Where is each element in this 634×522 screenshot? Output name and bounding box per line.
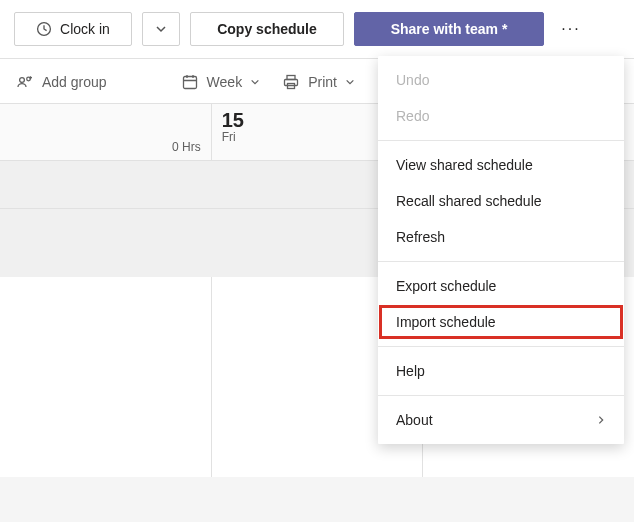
menu-label: Import schedule [396,314,496,330]
menu-label: Redo [396,108,429,124]
chevron-down-icon [345,77,355,87]
week-selector-button[interactable]: Week [181,73,261,91]
menu-label: Export schedule [396,278,496,294]
menu-item-export-schedule[interactable]: Export schedule [378,268,624,304]
menu-item-redo: Redo [378,98,624,134]
more-options-button[interactable]: ··· [554,12,588,46]
clock-in-button[interactable]: Clock in [14,12,132,46]
share-with-team-button[interactable]: Share with team * [354,12,544,46]
menu-label: Undo [396,72,429,88]
print-button[interactable]: Print [282,73,355,91]
add-group-icon [16,73,34,91]
menu-separator [378,395,624,396]
printer-icon [282,73,300,91]
calendar-icon [181,73,199,91]
ellipsis-icon: ··· [561,20,580,38]
week-label: Week [207,74,243,90]
clock-in-label: Clock in [60,21,110,37]
menu-label: Help [396,363,425,379]
menu-item-about[interactable]: About [378,402,624,438]
add-group-label: Add group [42,74,107,90]
menu-item-refresh[interactable]: Refresh [378,219,624,255]
svg-rect-5 [285,80,298,86]
menu-item-view-shared[interactable]: View shared schedule [378,147,624,183]
more-options-menu: Undo Redo View shared schedule Recall sh… [378,56,624,444]
svg-point-1 [20,78,25,83]
copy-schedule-label: Copy schedule [217,21,317,37]
chevron-down-icon [250,77,260,87]
clock-in-dropdown-button[interactable] [142,12,180,46]
menu-separator [378,140,624,141]
clock-icon [36,21,52,37]
hours-label: 0 Hrs [172,140,201,154]
chevron-down-icon [155,23,167,35]
menu-label: View shared schedule [396,157,533,173]
menu-separator [378,261,624,262]
menu-item-import-schedule[interactable]: Import schedule [378,304,624,340]
chevron-right-icon [596,415,606,425]
menu-label: Refresh [396,229,445,245]
top-toolbar: Clock in Copy schedule Share with team *… [0,0,634,58]
share-with-team-label: Share with team * [391,21,508,37]
copy-schedule-button[interactable]: Copy schedule [190,12,344,46]
menu-separator [378,346,624,347]
svg-rect-3 [183,77,196,89]
menu-item-undo: Undo [378,62,624,98]
menu-item-help[interactable]: Help [378,353,624,389]
menu-label: About [396,412,433,428]
print-label: Print [308,74,337,90]
menu-item-recall-shared[interactable]: Recall shared schedule [378,183,624,219]
add-group-button[interactable]: Add group [16,73,107,91]
schedule-col [0,277,212,477]
calendar-cell-prev: 0 Hrs [0,104,212,160]
menu-label: Recall shared schedule [396,193,542,209]
